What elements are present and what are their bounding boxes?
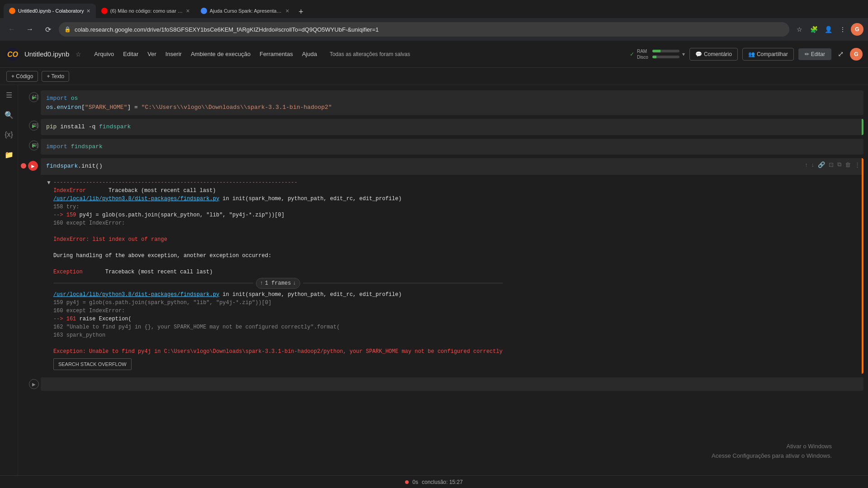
- ram-disk-bars: RAM Disco: [637, 49, 679, 60]
- menu-ver[interactable]: Ver: [143, 49, 161, 59]
- sidebar-icons: ☰ 🔍 {x} 📁: [0, 85, 18, 475]
- edit-label: Editar: [811, 51, 825, 57]
- cell-4-code[interactable]: import os os.environ["SPARK_HOME"] = "C:…: [41, 90, 863, 115]
- import-keyword: import: [46, 95, 67, 102]
- sidebar-menu-icon[interactable]: ☰: [4, 89, 14, 100]
- findspark-link2[interactable]: /usr/local/lib/python3.8/dist-packages/f…: [53, 291, 219, 298]
- add-code-button[interactable]: + Código: [6, 71, 38, 82]
- frames-up-icon[interactable]: ↑: [260, 279, 263, 287]
- expand-button[interactable]: ⤢: [836, 48, 845, 60]
- tb-line159b: 159 py4j = glob(os.path.join(spark_pytho…: [53, 299, 503, 307]
- frames-down-icon[interactable]: ↓: [293, 279, 296, 287]
- findspark-init-call: findspark: [46, 163, 78, 169]
- tab-ajuda[interactable]: Ajuda Curso Spark: Apresentand... ×: [195, 4, 295, 18]
- during-text: During handling of the above exception, …: [53, 253, 271, 259]
- tab-close-ajuda[interactable]: ×: [286, 7, 289, 14]
- bracket1: [: [81, 104, 85, 111]
- add-text-button[interactable]: + Texto: [42, 71, 69, 82]
- tb-line161: --> 161 raise Exception(: [53, 315, 503, 323]
- cell-empty-body[interactable]: ▶: [41, 377, 863, 391]
- pip-cmd: pip: [46, 123, 57, 130]
- move-up-icon[interactable]: ↑: [803, 160, 809, 169]
- frames-line-left: [53, 283, 253, 283]
- tab-colab[interactable]: Untitled0.ipynb - Colaboratory ×: [4, 4, 96, 18]
- separator-line: ----------------------------------------…: [53, 178, 503, 187]
- tab-youtube[interactable]: (6) Mão no código: como usar o... ×: [96, 4, 195, 18]
- colab-logo: CO: [5, 47, 20, 61]
- tab-close-youtube[interactable]: ×: [186, 7, 190, 14]
- comment-button[interactable]: 💬 Comentário: [689, 48, 738, 61]
- cell-empty-run-button[interactable]: ▶: [29, 379, 39, 389]
- code-159: py4j = glob(os.path.join(spark_python, "…: [76, 212, 284, 218]
- colab-menu: Arquivo Editar Ver Inserir Ambiente de e…: [90, 49, 321, 59]
- window-icon[interactable]: ⊡: [827, 160, 835, 169]
- os-module: os: [71, 95, 78, 102]
- tb-line162: 162 "Unable to find py4j in {}, your SPA…: [53, 323, 503, 331]
- disk-bar: [652, 56, 679, 58]
- cell-10-code[interactable]: findspark.init(): [41, 158, 863, 174]
- menu-ajuda[interactable]: Ajuda: [297, 49, 321, 59]
- cell-9-run-button[interactable]: ▶: [29, 141, 39, 150]
- sidebar-files-icon[interactable]: 📁: [4, 149, 14, 160]
- edit-button[interactable]: ✏ Editar: [798, 48, 831, 60]
- windows-watermark: Ativar o Windows Acesse Configurações pa…: [712, 442, 832, 461]
- tab-favicon-ajuda: [201, 8, 207, 14]
- menu-inserir[interactable]: Inserir: [161, 49, 186, 59]
- profile-icon[interactable]: 👤: [822, 23, 835, 36]
- address-bar[interactable]: 🔒 colab.research.google.com/drive/1foS8G…: [59, 22, 789, 37]
- browser-chrome: Untitled0.ipynb - Colaboratory × (6) Mão…: [0, 0, 868, 41]
- more-icon[interactable]: ⋮: [853, 160, 862, 169]
- user-avatar-colab[interactable]: G: [850, 48, 863, 61]
- cell-4-run-button[interactable]: ▶: [29, 92, 39, 102]
- browser-actions: ☆ 🧩 👤 ⋮ G: [793, 23, 863, 36]
- new-tab-button[interactable]: +: [295, 5, 307, 18]
- status-dot: [405, 480, 409, 484]
- extension-icon[interactable]: 🧩: [807, 23, 820, 36]
- tab-close-colab[interactable]: ×: [87, 7, 90, 14]
- cell-10-orange-bar: [862, 158, 863, 374]
- eq: =: [134, 104, 138, 111]
- browser-toolbar: ← → ⟳ 🔒 colab.research.google.com/drive/…: [0, 18, 868, 41]
- back-button[interactable]: ←: [5, 22, 19, 37]
- cell-8-code[interactable]: pip install -q findspark: [41, 119, 863, 135]
- forward-button[interactable]: →: [23, 22, 37, 37]
- error-msg-line: IndexError: list index out of range: [53, 235, 503, 244]
- tab-title-colab: Untitled0.ipynb - Colaboratory: [18, 8, 84, 14]
- tab-title-ajuda: Ajuda Curso Spark: Apresentand...: [210, 8, 283, 14]
- frames-count: 1 frames: [265, 279, 291, 287]
- share-button[interactable]: 👥 Compartilhar: [742, 48, 794, 61]
- cell-9-body: ▶ import findspark: [41, 139, 863, 155]
- watermark-line2: Acesse Configurações para ativar o Windo…: [712, 451, 832, 461]
- chevron-down-icon[interactable]: ▾: [682, 51, 685, 57]
- sidebar-search-icon[interactable]: 🔍: [4, 109, 14, 120]
- notebook-title[interactable]: Untitled0.ipynb: [24, 50, 69, 58]
- search-stack-overflow-button[interactable]: SEARCH STACK OVERFLOW: [53, 358, 132, 371]
- url-text: colab.research.google.com/drive/1foS8GFS…: [75, 26, 379, 33]
- delete-icon[interactable]: 🗑: [844, 160, 852, 169]
- reload-button[interactable]: ⟳: [41, 22, 55, 37]
- cell-10-run-button[interactable]: ▶: [28, 161, 38, 171]
- cell-9-code[interactable]: import findspark: [41, 139, 863, 155]
- sidebar-code-icon[interactable]: {x}: [4, 129, 14, 140]
- findspark-link1[interactable]: /usr/local/lib/python3.8/dist-packages/f…: [53, 196, 219, 202]
- menu-arquivo[interactable]: Arquivo: [90, 49, 118, 59]
- menu-ferramentas[interactable]: Ferramentas: [255, 49, 297, 59]
- tb-line158: 158 try:: [53, 203, 503, 211]
- os-environ: os.environ: [46, 104, 81, 111]
- move-down-icon[interactable]: ↓: [810, 160, 816, 169]
- menu-ambiente[interactable]: Ambiente de execução: [186, 49, 255, 59]
- cell-8-run-button[interactable]: ▶: [29, 121, 39, 131]
- collapse-output-icon[interactable]: ▼: [46, 179, 52, 186]
- findspark-import: findspark: [71, 143, 103, 150]
- star-icon[interactable]: ☆: [75, 51, 81, 58]
- watermark-line1: Ativar o Windows: [712, 442, 832, 451]
- menu-editar[interactable]: Editar: [118, 49, 143, 59]
- frames-bar: ↑ 1 frames ↓: [53, 278, 503, 289]
- line-163: 163 spark_python: [53, 332, 105, 338]
- settings-icon[interactable]: ⋮: [836, 23, 849, 36]
- copy-icon[interactable]: ⧉: [836, 160, 843, 169]
- bookmark-icon[interactable]: ☆: [793, 23, 806, 36]
- cell-empty-content: [41, 377, 863, 385]
- user-avatar[interactable]: G: [851, 23, 863, 36]
- link-icon[interactable]: 🔗: [816, 160, 826, 169]
